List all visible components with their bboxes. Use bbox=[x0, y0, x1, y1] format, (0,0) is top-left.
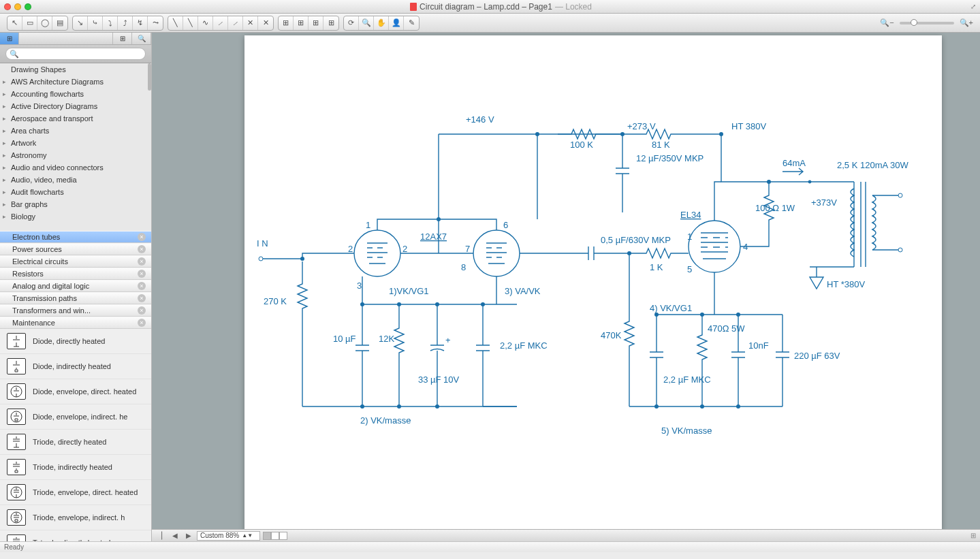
close-icon[interactable]: × bbox=[138, 306, 146, 315]
minimize-button[interactable] bbox=[14, 3, 21, 10]
close-icon[interactable]: × bbox=[138, 233, 146, 241]
rect-tool[interactable]: ▭ bbox=[22, 16, 37, 30]
shape-item[interactable]: Triode, directly heated bbox=[0, 430, 151, 455]
shape-item[interactable]: Tetrode, directly heated bbox=[0, 530, 151, 541]
line-tool-1[interactable]: ╲ bbox=[168, 16, 183, 30]
refresh-tool[interactable]: ⟳ bbox=[344, 16, 359, 30]
svg-point-13 bbox=[767, 180, 771, 184]
close-icon[interactable]: × bbox=[138, 282, 146, 290]
tree-tool-1[interactable]: ⊞ bbox=[279, 16, 294, 30]
drawing-page[interactable]: +146 V +273 V HT 380V 100 K 81 K 12 µF/3… bbox=[244, 35, 942, 529]
svg-text:81 K: 81 K bbox=[652, 140, 670, 150]
library-scrollbar[interactable] bbox=[148, 63, 151, 91]
zoom-tool[interactable]: 🔍 bbox=[359, 16, 374, 30]
sidebar-tab-libraries[interactable]: ⊞ bbox=[0, 33, 19, 44]
line-tool-5[interactable]: ⟋ bbox=[228, 16, 243, 30]
library-item[interactable]: ▸Artwork bbox=[0, 137, 151, 149]
sidebar-tab-spacer bbox=[19, 33, 113, 44]
open-lib-item[interactable]: Transformers and win...× bbox=[0, 304, 151, 317]
page-thumb[interactable] bbox=[279, 532, 287, 540]
line-tool-6[interactable]: ✕ bbox=[243, 16, 258, 30]
page-thumb[interactable] bbox=[263, 532, 271, 540]
library-item[interactable]: ▸Audio and video connectors bbox=[0, 161, 151, 174]
conn-tool-1[interactable]: ↘ bbox=[73, 16, 88, 30]
eyedropper-tool[interactable]: ✎ bbox=[404, 16, 419, 30]
sidebar-tab-grid[interactable]: ⊞ bbox=[113, 33, 132, 44]
open-lib-item[interactable]: Maintenance× bbox=[0, 317, 151, 329]
page-prev-icon[interactable]: ◀ bbox=[170, 532, 180, 539]
close-icon[interactable]: × bbox=[138, 257, 146, 266]
library-item[interactable]: ▸Astronomy bbox=[0, 149, 151, 161]
ellipse-tool[interactable]: ◯ bbox=[37, 16, 52, 30]
page-thumbnails[interactable] bbox=[263, 532, 287, 540]
sidebar-tab-search[interactable]: 🔍 bbox=[132, 33, 151, 44]
line-tool-7[interactable]: ✕ bbox=[258, 16, 273, 30]
close-icon[interactable]: × bbox=[138, 319, 146, 327]
zoom-track[interactable] bbox=[900, 22, 954, 25]
library-search-input[interactable] bbox=[5, 48, 146, 60]
person-tool[interactable]: 👤 bbox=[389, 16, 404, 30]
pointer-tool[interactable]: ↖ bbox=[7, 16, 22, 30]
shape-item[interactable]: Triode, envelope, direct. heated bbox=[0, 480, 151, 505]
zoom-button[interactable] bbox=[25, 3, 31, 10]
open-lib-item[interactable]: Electrical circuits× bbox=[0, 255, 151, 268]
shape-item[interactable]: Triode, envelope, indirect. h bbox=[0, 505, 151, 530]
bottom-bar: ⎮ ◀ ▶ Custom 88%▲▼ ⊞ bbox=[152, 529, 980, 541]
page-thumb[interactable] bbox=[271, 532, 279, 540]
conn-tool-6[interactable]: ⤳ bbox=[148, 16, 163, 30]
tree-tool-3[interactable]: ⊞ bbox=[309, 16, 323, 30]
svg-text:2: 2 bbox=[348, 244, 353, 254]
close-button[interactable] bbox=[4, 3, 11, 10]
canvas-scroll[interactable]: +146 V +273 V HT 380V 100 K 81 K 12 µF/3… bbox=[152, 33, 980, 529]
text-tool[interactable]: ▤ bbox=[52, 16, 67, 30]
zoom-thumb[interactable] bbox=[911, 19, 917, 26]
library-item[interactable]: ▸Audio, video, media bbox=[0, 174, 151, 186]
library-item[interactable]: ▸Aerospace and transport bbox=[0, 112, 151, 125]
close-icon[interactable]: × bbox=[138, 270, 146, 278]
library-item[interactable]: ▸Bar graphs bbox=[0, 198, 151, 210]
shape-item[interactable]: Diode, envelope, direct. heated bbox=[0, 379, 151, 404]
shape-item[interactable]: Diode, directly heated bbox=[0, 329, 151, 354]
open-lib-item[interactable]: Analog and digital logic× bbox=[0, 280, 151, 292]
shape-list[interactable]: Diode, directly heated Diode, indirectly… bbox=[0, 329, 151, 541]
svg-text:8: 8 bbox=[461, 262, 466, 272]
open-lib-item[interactable]: Electron tubes× bbox=[0, 231, 151, 243]
view-icon[interactable]: ⊞ bbox=[970, 532, 976, 539]
library-list[interactable]: Drawing Shapes ▸AWS Architecture Diagram… bbox=[0, 63, 151, 231]
shape-item[interactable]: Triode, indirectly heated bbox=[0, 455, 151, 480]
line-tool-4[interactable]: ⟋ bbox=[213, 16, 228, 30]
shape-thumb-icon bbox=[7, 484, 26, 500]
library-item[interactable]: Drawing Shapes bbox=[0, 63, 151, 76]
tool-group-line: ╲ ╲ ∿ ⟋ ⟋ ✕ ✕ bbox=[168, 16, 274, 31]
close-icon[interactable]: × bbox=[138, 294, 146, 302]
zoom-out-icon[interactable]: 🔍− bbox=[880, 18, 894, 27]
conn-tool-4[interactable]: ⤴ bbox=[118, 16, 133, 30]
line-tool-3[interactable]: ∿ bbox=[198, 16, 213, 30]
library-item[interactable]: ▸Accounting flowcharts bbox=[0, 88, 151, 100]
library-item[interactable]: ▸Active Directory Diagrams bbox=[0, 100, 151, 112]
library-item[interactable]: ▸Area charts bbox=[0, 125, 151, 137]
library-item[interactable]: ▸Biology bbox=[0, 210, 151, 223]
shape-item[interactable]: Diode, envelope, indirect. he bbox=[0, 404, 151, 430]
svg-text:HT 380V: HT 380V bbox=[731, 121, 766, 131]
library-item[interactable]: ▸Audit flowcharts bbox=[0, 186, 151, 198]
library-item[interactable]: ▸AWS Architecture Diagrams bbox=[0, 76, 151, 88]
svg-text:0,5 µF/630V MKP: 0,5 µF/630V MKP bbox=[601, 235, 671, 245]
close-icon[interactable]: × bbox=[138, 245, 146, 253]
tree-tool-4[interactable]: ⊞ bbox=[323, 16, 338, 30]
zoom-select[interactable]: Custom 88%▲▼ bbox=[197, 531, 260, 541]
tree-tool-2[interactable]: ⊞ bbox=[294, 16, 309, 30]
scroll-left-icon[interactable]: ⎮ bbox=[156, 532, 167, 539]
open-lib-item[interactable]: Transmission paths× bbox=[0, 292, 151, 304]
zoom-in-icon[interactable]: 🔍+ bbox=[960, 18, 973, 27]
open-lib-item[interactable]: Power sources× bbox=[0, 243, 151, 255]
maximize-icon[interactable]: ⤢ bbox=[970, 3, 976, 10]
conn-tool-3[interactable]: ⤵ bbox=[103, 16, 118, 30]
open-lib-item[interactable]: Resistors× bbox=[0, 268, 151, 280]
page-next-icon[interactable]: ▶ bbox=[183, 532, 194, 539]
hand-tool[interactable]: ✋ bbox=[374, 16, 389, 30]
conn-tool-5[interactable]: ↯ bbox=[133, 16, 148, 30]
shape-item[interactable]: Diode, indirectly heated bbox=[0, 354, 151, 379]
conn-tool-2[interactable]: ⤷ bbox=[88, 16, 103, 30]
line-tool-2[interactable]: ╲ bbox=[183, 16, 198, 30]
